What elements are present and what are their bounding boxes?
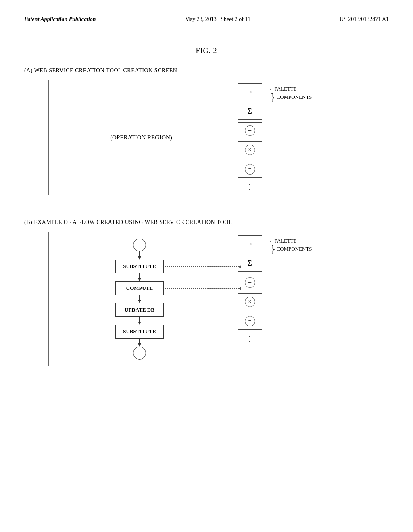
compute-box: COMPUTE (115, 281, 164, 295)
palette-item-sigma-a[interactable]: Σ (238, 103, 262, 120)
sigma-symbol-a: Σ (248, 107, 252, 116)
substitute-1-label: SUBSTITUTE (123, 263, 156, 270)
palette-item-times-a[interactable]: × (238, 141, 262, 158)
operation-region-label: (OPERATION REGION) (110, 134, 172, 141)
minus-symbol-a: − (245, 125, 255, 136)
compute-label: COMPUTE (126, 285, 153, 291)
header-center: May 23, 2013 Sheet 2 of 11 (185, 16, 250, 23)
divide-symbol-b: ÷ (245, 316, 255, 326)
dashed-arrow-compute (165, 288, 241, 289)
end-circle-b (133, 347, 146, 360)
v-line-1 (139, 273, 140, 278)
operation-region-a: (OPERATION REGION) (49, 80, 234, 195)
v-line-4 (139, 339, 140, 343)
times-symbol-a: × (245, 145, 255, 155)
substitute-1-wrapper: SUBSTITUTE (115, 260, 164, 273)
header-sheet: Sheet 2 of 11 (221, 16, 250, 22)
diagram-b-wrapper: SUBSTITUTE COM (24, 232, 266, 366)
compute-wrapper: COMPUTE (115, 281, 164, 295)
v-arrow-3 (138, 317, 141, 325)
v-line-3 (139, 317, 140, 322)
palette-item-minus-a[interactable]: − (238, 122, 262, 139)
arrow-left-substitute-1 (238, 265, 241, 268)
palette-dots-a: ⋮ (246, 182, 254, 191)
palette-item-times-b[interactable]: × (238, 293, 262, 310)
page-header: Patent Application Publication May 23, 2… (24, 16, 389, 23)
palette-item-arrow-a[interactable]: → (238, 83, 262, 100)
v-line-2 (139, 295, 140, 300)
palette-item-minus-b[interactable]: − (238, 274, 262, 291)
components-text-a: COMPONENTS (276, 94, 312, 100)
header-date: May 23, 2013 (185, 16, 217, 22)
dashed-arrow-substitute-1 (165, 266, 241, 267)
arrow-left-compute (238, 287, 241, 290)
substitute-box-1: SUBSTITUTE (115, 260, 164, 273)
arrow-symbol-b: → (247, 240, 253, 247)
fig-title: FIG. 2 (24, 47, 389, 55)
palette-panel-b: → Σ − × ÷ (234, 232, 266, 366)
substitute-box-2: SUBSTITUTE (115, 325, 164, 339)
header-right: US 2013/0132471 A1 (340, 16, 389, 23)
flow-area-b: SUBSTITUTE COM (49, 232, 234, 366)
arrow-head-3 (138, 322, 141, 325)
palette-item-sigma-b[interactable]: Σ (238, 255, 262, 272)
arrow-symbol-a: → (247, 88, 253, 96)
times-symbol-b: × (245, 297, 255, 307)
section-a-label: (A) WEB SERVICE CREATION TOOL CREATION S… (24, 67, 389, 74)
arrow-head-2 (138, 300, 141, 303)
sigma-symbol-b: Σ (248, 259, 252, 268)
updatedb-wrapper: UPDATE DB (115, 303, 164, 317)
section-b-label: (B) EXAMPLE OF A FLOW CREATED USING WEB … (24, 219, 389, 226)
divide-symbol-a: ÷ (245, 164, 255, 175)
updatedb-label: UPDATE DB (125, 307, 154, 313)
v-arrow-0 (138, 251, 141, 260)
updatedb-box: UPDATE DB (115, 303, 164, 317)
arrow-head-4 (138, 343, 141, 347)
substitute-2-wrapper: SUBSTITUTE (115, 325, 164, 339)
palette-text-b: PALETTE (275, 238, 297, 244)
components-text-b: COMPONENTS (276, 246, 312, 252)
page: Patent Application Publication May 23, 2… (0, 0, 413, 532)
palette-text-a: PALETTE (275, 86, 297, 92)
section-a-container: (A) WEB SERVICE CREATION TOOL CREATION S… (24, 67, 389, 195)
palette-item-divide-a[interactable]: ÷ (238, 161, 262, 178)
diagram-b: SUBSTITUTE COM (48, 232, 266, 366)
v-arrow-2 (138, 295, 141, 303)
v-arrow-4 (138, 339, 141, 347)
substitute-2-label: SUBSTITUTE (123, 328, 156, 335)
palette-item-arrow-b[interactable]: → (238, 235, 262, 252)
start-circle-b (133, 239, 146, 251)
palette-labels-a: ⌐ PALETTE } COMPONENTS (270, 84, 312, 102)
v-arrow-1 (138, 273, 141, 281)
arrow-head-1 (138, 278, 141, 281)
palette-dots-b: ⋮ (246, 334, 254, 343)
section-b-container: (B) EXAMPLE OF A FLOW CREATED USING WEB … (24, 219, 389, 366)
palette-labels-b: ⌐ PALETTE } COMPONENTS (270, 236, 312, 254)
palette-item-divide-b[interactable]: ÷ (238, 313, 262, 330)
header-left: Patent Application Publication (24, 16, 96, 23)
minus-symbol-b: − (245, 277, 255, 288)
diagram-a-wrapper: (OPERATION REGION) → Σ − (24, 80, 266, 195)
palette-panel-a: → Σ − × ÷ (234, 80, 266, 195)
diagram-a: (OPERATION REGION) → Σ − (48, 80, 266, 195)
arrow-head-0 (138, 256, 141, 260)
v-line-0 (139, 251, 140, 256)
